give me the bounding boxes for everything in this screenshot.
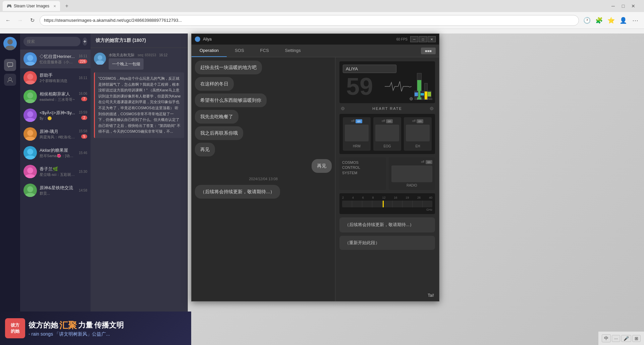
chat-avatar-assistant [23,71,37,84]
minimize-button[interactable]: ─ [608,1,618,11]
svg-point-19 [25,174,35,178]
eng-label: ENG [427,97,432,100]
chat-item-genshin-origin[interactable]: <$yÄ<|>原神<$y... $y：🙁 15:59 2 [20,106,91,125]
svg-point-18 [27,167,33,174]
app-chat-area: 赶快去找一块温暖的地方吧 在这样的冬日 希望有什么东西能够温暖到你 我先去吃晚餐… [192,57,335,301]
tab-close-icon[interactable]: ✕ [53,4,56,8]
extensions-button[interactable]: 🧩 [594,15,604,26]
sender-name: 水陆天去秋无际 seq: 659153 16:12 [109,53,184,58]
chat-meta-genshin-r: 14:58 [79,189,87,192]
hrm-block [345,125,369,141]
add-contact-button[interactable]: + [83,38,87,46]
app-msg-bottom: （后续将会持续更新，敬请期待...） [195,185,280,199]
history-button[interactable]: 🕐 [582,15,592,26]
user-avatar[interactable] [3,37,17,50]
svg-point-0 [7,39,13,45]
app-titlebar: Aliya 60 FPS ─ □ ✕ [192,34,439,45]
browser-tab[interactable]: 🎮 Steam User Images ✕ [3,1,60,11]
indicator-dot [410,97,413,100]
app-content: 赶快去找一块温暖的地方吧 在这样的冬日 希望有什么东西能够温暖到你 我先去吃晚餐… [192,57,439,301]
eng-indicator: ENG [427,91,432,100]
chat-item-herine[interactable]: ◇忆往昔Heriner... 忆往昔服务器（小小量... 16:11 226 [20,50,91,68]
eh-on-button[interactable]: on [417,119,423,123]
chat-item-akilar[interactable]: Akilar的糖果屋 慈岑Sama🌺：[动画表情]喵~ 15:46 [20,143,91,162]
svg-point-21 [25,193,35,197]
hrm-off-label: off [351,119,355,123]
app-msg-5: 我之后再联系你哦 [195,126,243,140]
ime-chinese-button[interactable]: 中 [602,334,611,342]
chat-avatar-genshin-r [23,184,37,197]
tab-title: Steam User Images [14,4,49,8]
sidebar-item-messages[interactable] [4,59,16,71]
app-msg-right-container: 再见 [195,159,332,173]
msg-seq: seq: 659153 [138,53,156,57]
chat-item-neighbor[interactable]: 相侯相鄰异家人 eastwind：三水哥哥~ 16:06 7 [20,87,91,106]
tai-button[interactable]: Tai! [428,293,434,298]
radio-block [391,165,433,182]
refresh-button[interactable]: ↻ [28,16,37,25]
app-msg-4: 我先去吃晚餐了 [195,110,238,124]
chat-item-liyue[interactable]: 原神-璃月 两霆海风：#欧洛伦攻略 15:58 5 [20,125,91,143]
tab-sos[interactable]: SOS [227,45,252,57]
chat-info-assistant: 群助手 2个群聊有新消息 [40,72,76,83]
eog-label: EOG [383,144,391,148]
tab-favicon: 🎮 [7,4,12,8]
tab-settings[interactable]: Settings [277,45,309,57]
new-tab-button[interactable]: + [62,1,72,11]
search-input[interactable] [23,37,80,46]
app-msg-date: 2024/12/04 13:08 [195,176,332,182]
radio-on-button[interactable]: on [426,160,432,164]
app-tabs: Operation SOS FCS Settings ■■■ [192,45,439,57]
freq-indicator [383,201,384,207]
browser-chrome: 🎮 Steam User Images ✕ + ─ □ ✕ ← → ↻ 🕐 🧩 … [0,0,644,33]
svg-point-12 [27,111,33,117]
sensor-hrm: off on HRM [343,117,371,151]
freq-bar[interactable] [342,201,432,207]
sender-avatar-water [94,53,106,65]
fps-display: 60 FPS [396,38,408,41]
banner-logo: 彼方 的她 [5,318,25,338]
back-button[interactable]: ← [3,16,13,25]
group-chat-title: 彼方的她官方1群 (1807) [96,38,182,44]
eh-off-label: off [412,119,416,123]
chat-item-genshin-rail[interactable]: 原神&星铁绝交流 群贡... 14:58 [20,181,91,200]
maximize-button[interactable]: □ [619,1,628,11]
h2o-indicator: H2O [420,91,425,100]
ime-dot-menu-button[interactable]: ··· [612,335,620,342]
cosmos-quote-row: "COSMOS，Aliya这个什么玩意儿的气胸，反正就是肺部漏气了，怎么救啊？我… [94,71,184,139]
chat-item-assistant[interactable]: 群助手 2个群聊有新消息 16:11 [20,68,91,87]
app-right-panel: 59 [335,57,439,301]
sidebar-item-contacts[interactable] [4,74,16,86]
chat-meta-liyue: 15:58 5 [79,129,87,139]
chat-info-akilar: Akilar的糖果屋 慈岑Sama🌺：[动画表情]喵~ [40,147,76,158]
app-msg-3: 希望有什么东西能够温暖到你 [195,93,267,107]
tab-operation[interactable]: Operation [192,45,227,57]
eog-on-button[interactable]: on [386,119,393,123]
forward-button[interactable]: → [15,16,25,25]
app-window-controls: ─ □ ✕ [410,36,436,42]
app-msg-right-1: 再见 [312,159,332,173]
app-maximize-button[interactable]: □ [419,36,427,42]
svg-point-3 [9,78,11,80]
app-msg-1: 赶快去找一块温暖的地方吧 [195,61,262,74]
tab-fcs[interactable]: FCS [252,45,277,57]
more-menu-button[interactable]: ⋯ [630,15,641,26]
ime-keyboard-layout-button[interactable]: ⊞ [632,335,641,342]
app-action-button[interactable]: ■■■ [421,48,436,54]
banner-main-text: 彼方的她 汇聚 力量 传播文明 [29,320,124,331]
close-window-button[interactable]: ✕ [629,1,638,11]
chat-item-vanilla[interactable]: 香子兰🌿 星尘喵-sci：五彩斑斓的世... 15:30 [20,162,91,181]
sensor-row: off on HRM off on [343,117,432,151]
favorites-button[interactable]: ⭐ [606,15,616,26]
ime-mic-button[interactable]: 🎤 [621,335,631,342]
profile-button[interactable]: 👤 [618,15,629,26]
app-close-button[interactable]: ✕ [428,36,436,42]
freq-scale: 2 4 6 8 12 16 19 26 40 [342,196,432,199]
hrm-on-button[interactable]: on [356,119,362,123]
heart-rate-row: HEART RATE [339,107,435,111]
url-input[interactable] [40,15,579,26]
msg-content-water: 水陆天去秋无际 seq: 659153 16:12 一个晚上一包烟 [109,53,184,70]
chat-avatar-genshin-o [23,109,37,122]
svg-point-14 [27,130,33,136]
app-minimize-button[interactable]: ─ [410,36,418,42]
